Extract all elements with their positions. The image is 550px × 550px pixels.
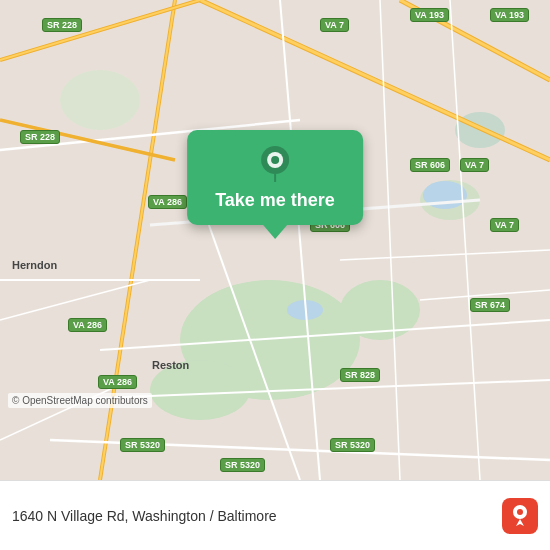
popup-box[interactable]: Take me there [187,130,363,225]
road-label-sr228-1: SR 228 [42,18,82,32]
moovit-logo [502,498,538,534]
road-label-va7-2: VA 7 [460,158,489,172]
popup-arrow [263,225,287,239]
road-label-va7-1: VA 7 [320,18,349,32]
road-label-va286-3: VA 286 [98,375,137,389]
city-label-herndon: Herndon [8,258,61,272]
road-label-sr228-2: SR 228 [20,130,60,144]
road-label-sr5320-3: SR 5320 [330,438,375,452]
map-container: Herndon Reston SR 228 SR 228 VA 7 VA 193… [0,0,550,480]
road-label-va7-3: VA 7 [490,218,519,232]
road-label-va193-1: VA 193 [410,8,449,22]
svg-point-37 [517,509,523,515]
location-pin-icon [256,144,294,182]
road-label-va286-1: VA 286 [148,195,187,209]
popup-label[interactable]: Take me there [215,190,335,211]
road-label-sr606-2: SR 606 [410,158,450,172]
address-text: 1640 N Village Rd, Washington / Baltimor… [12,508,492,524]
bottom-bar: 1640 N Village Rd, Washington / Baltimor… [0,480,550,550]
svg-point-34 [271,156,279,164]
road-label-sr674: SR 674 [470,298,510,312]
road-label-sr828: SR 828 [340,368,380,382]
city-label-reston: Reston [148,358,193,372]
popup-container[interactable]: Take me there [187,130,363,239]
road-label-va193-2: VA 193 [490,8,529,22]
moovit-icon [502,498,538,534]
svg-point-5 [60,70,140,130]
map-attribution: © OpenStreetMap contributors [8,393,152,408]
road-label-sr5320-1: SR 5320 [120,438,165,452]
road-label-va286-2: VA 286 [68,318,107,332]
road-label-sr5320-2: SR 5320 [220,458,265,472]
